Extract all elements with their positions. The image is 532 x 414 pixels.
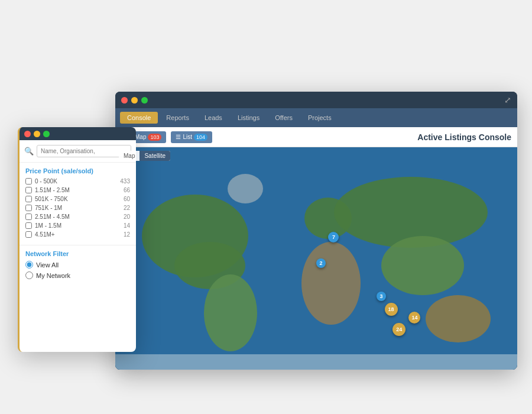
svg-point-3	[204, 274, 257, 351]
tab-listings[interactable]: Listings	[231, 112, 267, 124]
search-input[interactable]	[37, 145, 131, 157]
map-container: Map Satellite 7 2 3 18 24 14	[115, 147, 517, 370]
fg-minimize-button[interactable]	[34, 131, 40, 137]
svg-point-7	[381, 236, 464, 295]
tab-reports[interactable]: Reports	[159, 112, 196, 124]
svg-point-5	[301, 242, 361, 325]
network-radio-all[interactable]	[25, 261, 33, 269]
filter-item-6: 4.51M+ 12	[25, 231, 130, 238]
filter-checkbox-4[interactable]	[25, 214, 32, 220]
toolbar: 📍 Map 103 ☰ List 104 Active Listings Con…	[115, 127, 517, 147]
nav-tabs: Console Reports Leads Listings Offers Pr…	[115, 108, 517, 127]
filter-item-1: 1.51M - 2.5M 66	[25, 187, 130, 193]
filter-item-3: 751K - 1M 22	[25, 205, 130, 211]
filter-panel: 🔍 Price Point (sale/sold) 0 - 500K 433 1…	[18, 127, 136, 352]
search-icon: 🔍	[24, 147, 34, 156]
network-filter-title: Network Filter	[25, 250, 130, 257]
filter-checkbox-6[interactable]	[25, 231, 32, 238]
tab-console[interactable]: Console	[120, 112, 158, 124]
world-map[interactable]: Map Satellite 7 2 3 18 24 14	[115, 147, 517, 370]
svg-rect-10	[115, 354, 517, 370]
filter-item-5: 1M - 1.5M 14	[25, 222, 130, 229]
fg-maximize-button[interactable]	[43, 131, 50, 137]
list-view-button[interactable]: ☰ List 104	[171, 131, 212, 143]
price-filter-title: Price Point (sale/sold)	[25, 167, 130, 174]
fg-close-button[interactable]	[24, 131, 31, 137]
map-marker-4[interactable]: 18	[385, 303, 398, 316]
filter-item-2: 501K - 750K 60	[25, 196, 130, 202]
title-bar: ⤢	[115, 92, 517, 108]
network-radio-mine[interactable]	[25, 271, 33, 279]
map-type-map[interactable]: Map	[119, 151, 140, 161]
map-type-satellite[interactable]: Satellite	[140, 151, 170, 161]
map-type-bar: Map Satellite	[119, 151, 170, 161]
filter-item-0: 0 - 500K 433	[25, 178, 130, 185]
network-section: Network Filter View All My Network	[20, 245, 136, 287]
tab-offers[interactable]: Offers	[268, 112, 300, 124]
world-map-svg	[115, 147, 517, 370]
network-view-all: View All	[25, 261, 130, 269]
tab-projects[interactable]: Projects	[301, 112, 339, 124]
filter-item-4: 2.51M - 4.5M 20	[25, 214, 130, 220]
price-filter-section: Price Point (sale/sold) 0 - 500K 433 1.5…	[20, 163, 136, 245]
tab-leads[interactable]: Leads	[197, 112, 229, 124]
close-button[interactable]	[121, 97, 128, 104]
filter-checkbox-0[interactable]	[25, 178, 32, 185]
map-marker-2[interactable]: 2	[316, 258, 326, 268]
network-my-network: My Network	[25, 271, 130, 279]
fg-title-bar	[20, 127, 136, 140]
filter-checkbox-3[interactable]	[25, 205, 32, 211]
map-count-badge: 103	[148, 134, 161, 141]
list-icon: ☰	[176, 134, 181, 140]
filter-checkbox-5[interactable]	[25, 222, 32, 229]
svg-point-9	[228, 174, 263, 203]
svg-point-8	[426, 295, 491, 342]
expand-icon[interactable]: ⤢	[504, 95, 511, 105]
list-count-badge: 104	[194, 134, 207, 141]
main-window: ⤢ Console Reports Leads Listings Offers …	[115, 92, 517, 370]
console-title: Active Listings Console	[417, 132, 511, 142]
svg-point-6	[334, 177, 488, 248]
filter-checkbox-2[interactable]	[25, 196, 32, 202]
minimize-button[interactable]	[131, 97, 138, 104]
maximize-button[interactable]	[141, 97, 148, 104]
filter-checkbox-1[interactable]	[25, 187, 32, 193]
